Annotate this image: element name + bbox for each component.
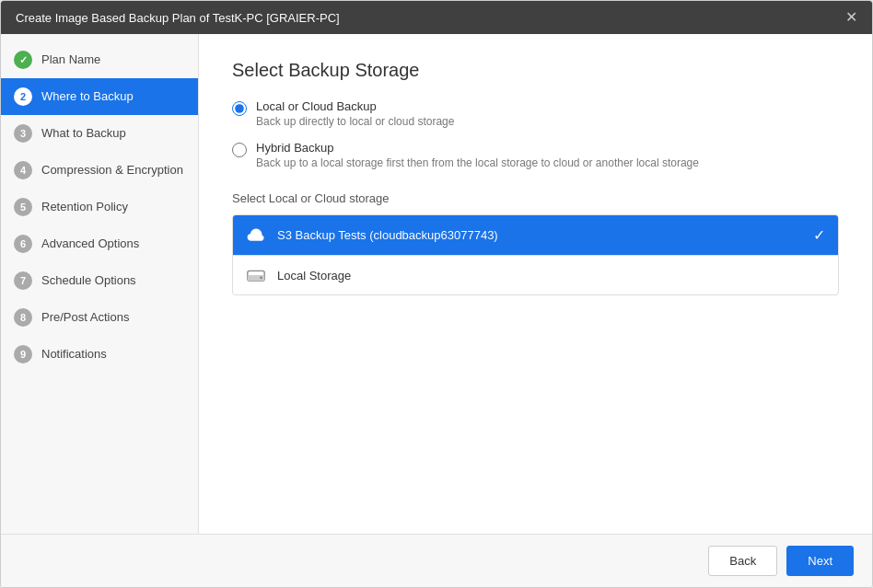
empty-area [232, 295, 839, 387]
local-cloud-option[interactable]: Local or Cloud Backup Back up directly t… [232, 99, 839, 128]
sidebar-item-plan-name[interactable]: ✓Plan Name [1, 41, 198, 78]
dialog-body: ✓Plan Name2Where to Backup3What to Backu… [1, 34, 872, 534]
step-badge-pre-post-actions: 8 [14, 308, 32, 327]
step-badge-notifications: 9 [14, 345, 32, 363]
local-cloud-radio[interactable] [232, 101, 247, 116]
sidebar-item-advanced-options[interactable]: 6Advanced Options [1, 225, 198, 262]
sidebar-item-notifications[interactable]: 9Notifications [1, 336, 198, 373]
storage-item-local[interactable]: Local Storage [233, 256, 838, 294]
step-badge-retention-policy: 5 [14, 198, 32, 216]
sidebar-label-where-to-backup: Where to Backup [41, 89, 134, 105]
back-button[interactable]: Back [708, 546, 777, 576]
sidebar-label-pre-post-actions: Pre/Post Actions [41, 310, 129, 326]
sidebar-label-retention-policy: Retention Policy [41, 200, 128, 215]
sidebar-label-schedule-options: Schedule Options [41, 273, 136, 289]
s3-storage-label: S3 Backup Tests (cloudbackup63077743) [277, 228, 802, 242]
step-badge-plan-name: ✓ [14, 51, 32, 69]
local-storage-label: Local Storage [277, 269, 825, 282]
step-badge-advanced-options: 6 [14, 235, 32, 253]
hybrid-label-group: Hybrid Backup Back up to a local storage… [256, 141, 699, 169]
step-badge-compression-encryption: 4 [14, 161, 32, 179]
sidebar-label-compression-encryption: Compression & Encryption [41, 163, 183, 179]
sidebar: ✓Plan Name2Where to Backup3What to Backu… [1, 34, 199, 534]
dialog-footer: Back Next [1, 534, 872, 587]
hdd-icon [246, 267, 266, 283]
dialog-window: Create Image Based Backup Plan of TestK-… [0, 0, 873, 588]
local-cloud-sublabel: Back up directly to local or cloud stora… [256, 115, 454, 128]
storage-list: S3 Backup Tests (cloudbackup63077743) ✓ … [232, 214, 839, 295]
sidebar-item-pre-post-actions[interactable]: 8Pre/Post Actions [1, 299, 198, 336]
sidebar-label-plan-name: Plan Name [41, 52, 100, 68]
sidebar-label-what-to-backup: What to Backup [41, 126, 126, 142]
hybrid-sublabel: Back up to a local storage first then fr… [256, 156, 699, 169]
sidebar-label-advanced-options: Advanced Options [41, 236, 139, 252]
hybrid-label: Hybrid Backup [256, 141, 699, 155]
close-button[interactable]: ✕ [845, 10, 857, 25]
step-badge-schedule-options: 7 [14, 271, 32, 290]
local-cloud-label: Local or Cloud Backup [256, 99, 454, 113]
local-cloud-label-group: Local or Cloud Backup Back up directly t… [256, 99, 454, 128]
svg-point-2 [260, 276, 262, 279]
sidebar-label-notifications: Notifications [41, 347, 107, 363]
hybrid-option[interactable]: Hybrid Backup Back up to a local storage… [232, 141, 839, 169]
hybrid-radio[interactable] [232, 143, 247, 157]
selected-check-icon: ✓ [813, 226, 825, 244]
storage-section-label: Select Local or Cloud storage [232, 191, 839, 205]
dialog-title: Create Image Based Backup Plan of TestK-… [16, 11, 340, 25]
step-badge-what-to-backup: 3 [14, 124, 32, 143]
sidebar-item-what-to-backup[interactable]: 3What to Backup [1, 115, 198, 152]
sidebar-item-compression-encryption[interactable]: 4Compression & Encryption [1, 152, 198, 189]
main-content: Select Backup Storage Local or Cloud Bac… [199, 34, 872, 534]
sidebar-item-retention-policy[interactable]: 5Retention Policy [1, 189, 198, 225]
sidebar-item-schedule-options[interactable]: 7Schedule Options [1, 262, 198, 299]
cloud-icon [246, 227, 266, 244]
next-button[interactable]: Next [786, 546, 854, 576]
storage-item-s3[interactable]: S3 Backup Tests (cloudbackup63077743) ✓ [233, 215, 838, 256]
backup-type-group: Local or Cloud Backup Back up directly t… [232, 99, 839, 169]
section-title: Select Backup Storage [232, 60, 839, 81]
sidebar-item-where-to-backup[interactable]: 2Where to Backup [1, 78, 198, 115]
dialog-header: Create Image Based Backup Plan of TestK-… [1, 1, 872, 34]
step-badge-where-to-backup: 2 [14, 87, 32, 106]
